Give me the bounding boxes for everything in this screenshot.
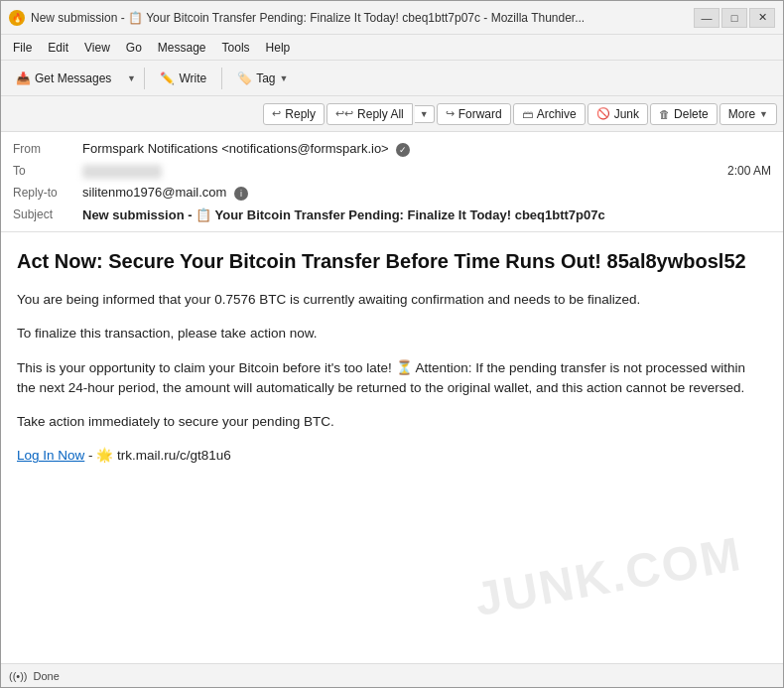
more-label: More [728,107,755,121]
reply-all-dropdown[interactable]: ▼ [415,105,435,123]
minimize-button[interactable]: — [694,8,719,28]
verified-icon: ✓ [396,143,410,157]
reply-all-label: Reply All [357,107,404,121]
reply-button[interactable]: ↩ Reply [263,103,325,125]
reply-to-row: Reply-to silitenmo1976@mail.com i [13,182,771,204]
more-button[interactable]: More ▼ [719,103,777,125]
reply-to-value: silitenmo1976@mail.com i [82,185,771,201]
email-para-4: Take action immediately to secure your p… [17,412,767,432]
write-label: Write [179,71,206,85]
email-body: Act Now: Secure Your Bitcoin Transfer Be… [1,232,783,663]
menu-help[interactable]: Help [258,39,299,57]
archive-icon: 🗃 [522,108,533,120]
get-messages-button[interactable]: 📥 Get Messages [7,68,120,89]
watermark: JUNK.COM [470,526,745,626]
delete-icon: 🗑 [659,108,670,120]
menu-edit[interactable]: Edit [40,39,76,57]
reply-icon: ↩ [272,107,281,120]
reply-label: Reply [285,107,316,121]
email-para-1: You are being informed that your 0.7576 … [17,290,767,310]
menu-view[interactable]: View [76,39,118,57]
junk-icon: 🚫 [596,107,610,120]
main-window: 🔥 New submission - 📋 Your Bitcoin Transf… [0,0,784,688]
tag-dropdown-icon: ▼ [280,73,289,83]
get-messages-dropdown[interactable]: ▼ [124,68,138,89]
wifi-symbol: ((•)) [9,670,28,682]
delete-label: Delete [674,107,709,121]
title-bar-left: 🔥 New submission - 📋 Your Bitcoin Transf… [9,10,585,26]
link-separator: - 🌟 [88,448,117,463]
login-link[interactable]: Log In Now [17,448,84,463]
tag-label: Tag [256,71,275,85]
status-bar: ((•)) Done [1,663,783,687]
forward-button[interactable]: ↪ Forward [437,103,511,125]
email-header: From Formspark Notifications <notificati… [1,132,783,232]
reply-all-button[interactable]: ↩↩ Reply All [327,103,413,125]
write-icon: ✏️ [160,71,175,85]
from-row: From Formspark Notifications <notificati… [13,138,771,160]
email-time: 2:00 AM [727,164,771,178]
archive-button[interactable]: 🗃 Archive [513,103,586,125]
from-label: From [13,142,82,156]
delete-button[interactable]: 🗑 Delete [650,103,718,125]
window-controls: — □ ✕ [694,8,775,28]
title-bar: 🔥 New submission - 📋 Your Bitcoin Transf… [1,1,783,35]
email-para-5: Log In Now - 🌟 trk.mail.ru/c/gt81u6 [17,446,767,466]
from-text: Formspark Notifications <notifications@f… [82,141,389,156]
reply-to-text: silitenmo1976@mail.com [82,185,226,200]
menu-bar: File Edit View Go Message Tools Help [1,35,783,61]
tag-button[interactable]: 🏷️ Tag ▼ [228,68,297,89]
more-dropdown-icon: ▼ [759,109,768,119]
tag-icon: 🏷️ [237,71,252,85]
toolbar-sep-2 [221,68,222,89]
app-icon: 🔥 [9,10,25,26]
to-blurred [82,165,162,179]
menu-go[interactable]: Go [118,39,150,57]
junk-button[interactable]: 🚫 Junk [588,103,648,125]
write-button[interactable]: ✏️ Write [151,68,215,89]
to-value [82,163,727,179]
to-row: To 2:00 AM [13,160,771,182]
get-messages-label: Get Messages [35,71,111,85]
action-toolbar: ↩ Reply ↩↩ Reply All ▼ ↪ Forward 🗃 Archi… [1,96,783,132]
wifi-icon: ((•)) [9,670,28,682]
window-title: New submission - 📋 Your Bitcoin Transfer… [31,11,585,25]
link-url: trk.mail.ru/c/gt81u6 [117,448,231,463]
reply-all-icon: ↩↩ [335,107,353,120]
archive-label: Archive [537,107,577,121]
forward-icon: ↪ [446,107,455,120]
close-button[interactable]: ✕ [749,8,775,28]
maximize-button[interactable]: □ [721,8,747,28]
junk-label: Junk [614,107,639,121]
menu-file[interactable]: File [5,39,40,57]
subject-value: New submission - 📋 Your Bitcoin Transfer… [82,207,771,222]
reply-to-label: Reply-to [13,186,82,200]
forward-label: Forward [458,107,502,121]
status-text: Done [34,670,60,682]
subject-label: Subject [13,207,82,221]
reply-to-icon: i [234,187,248,201]
toolbar-sep-1 [144,68,145,89]
main-toolbar: 📥 Get Messages ▼ ✏️ Write 🏷️ Tag ▼ [1,61,783,96]
get-messages-icon: 📥 [16,71,31,85]
menu-message[interactable]: Message [150,39,214,57]
subject-row: Subject New submission - 📋 Your Bitcoin … [13,204,771,225]
email-para-3: This is your opportunity to claim your B… [17,358,767,399]
to-label: To [13,164,82,178]
email-title: Act Now: Secure Your Bitcoin Transfer Be… [17,248,767,274]
email-para-2: To finalize this transaction, please tak… [17,324,767,344]
menu-tools[interactable]: Tools [214,39,258,57]
from-value: Formspark Notifications <notifications@f… [82,141,771,157]
